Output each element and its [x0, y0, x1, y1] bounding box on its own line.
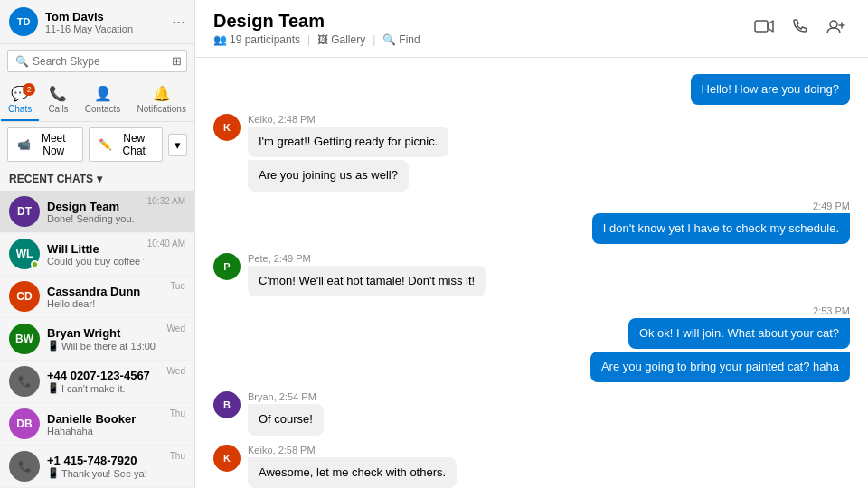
list-item[interactable]: DT Design Team Done! Sending you. 10:32 … [0, 191, 194, 233]
message-group-right-3: 2:53 PM Ok ok! I will join. What about y… [213, 305, 850, 382]
avatar: 📞 [9, 366, 40, 397]
participants-count: 19 participants [230, 33, 300, 46]
chat-content: Design Team Done! Sending you. [47, 200, 144, 224]
sidebar: TD Tom Davis 11-16 May Vacation ··· 🔍 ⊞ … [0, 0, 195, 488]
gallery-link[interactable]: 🖼 Gallery [317, 33, 365, 46]
message-bubbles: I'm great!! Getting ready for picnic. Ar… [248, 127, 448, 191]
message-bubbles: C'mon! We'll eat hot tamale! Don't miss … [248, 266, 486, 296]
chat-time: 10:40 AM [147, 239, 185, 249]
find-icon: 🔍 [382, 33, 396, 46]
meet-now-button[interactable]: 📹 Meet Now [7, 127, 83, 162]
find-label: Find [399, 33, 420, 46]
contacts-icon: 👤 [94, 85, 112, 102]
message-bubble: C'mon! We'll eat hot tamale! Don't miss … [248, 266, 486, 296]
chat-title: Design Team [213, 11, 420, 32]
avatar: K [213, 114, 241, 141]
avatar: DB [9, 408, 40, 439]
find-link[interactable]: 🔍 Find [382, 33, 420, 46]
message-bubbles: Awesome, let me check with others. Are y… [248, 457, 457, 489]
message-sender-time: Keiko, 2:58 PM [248, 445, 457, 455]
user-avatar: TD [9, 7, 38, 36]
separator2: | [373, 33, 375, 46]
chat-name: Design Team [47, 200, 144, 213]
chat-preview: 📱 I can't make it. [47, 382, 164, 394]
tab-chats-label: Chats [8, 104, 32, 114]
tab-chats[interactable]: 💬 Chats 2 [1, 81, 39, 121]
tab-calls-label: Calls [48, 104, 68, 114]
chat-list: DT Design Team Done! Sending you. 10:32 … [0, 191, 194, 488]
svg-rect-0 [755, 21, 768, 32]
message-bubbles: Of course! [248, 404, 324, 435]
tab-contacts-label: Contacts [85, 104, 120, 114]
search-icon: 🔍 [15, 55, 29, 68]
more-options-icon[interactable]: ··· [172, 13, 185, 32]
chat-time: Thu [170, 408, 185, 418]
message-sender-time: Pete, 2:49 PM [248, 253, 486, 264]
list-item[interactable]: BW Bryan Wright 📱 Will be there at 13:00… [0, 318, 194, 361]
message-timestamp: 2:49 PM [813, 201, 850, 211]
message-bubble: Awesome, let me check with others. [248, 457, 457, 488]
new-chat-dropdown[interactable]: ▾ [168, 134, 187, 156]
chat-header-info: Design Team 👥 19 participants | 🖼 Galler… [213, 11, 420, 46]
chat-time: Wed [167, 366, 185, 376]
chat-name: Danielle Booker [47, 412, 166, 426]
tab-contacts[interactable]: 👤 Contacts [78, 81, 127, 121]
recent-chevron-icon: ▾ [97, 173, 102, 185]
avatar: 📞 [9, 451, 40, 482]
chat-preview: Hahahaha [47, 426, 166, 436]
message-group-left-3: B Bryan, 2:54 PM Of course! [213, 391, 850, 435]
message-group-left-1: K Keiko, 2:48 PM I'm great!! Getting rea… [213, 114, 850, 191]
chat-name: +44 0207-123-4567 [47, 369, 164, 382]
tab-notifications[interactable]: 🔔 Notifications [129, 81, 193, 121]
chat-content: Cassandra Dunn Hello dear! [47, 285, 166, 309]
list-item[interactable]: CD Cassandra Dunn Hello dear! Tue [0, 276, 194, 318]
video-call-button[interactable] [750, 15, 778, 42]
avatar: CD [9, 281, 40, 312]
message-sender-time: Bryan, 2:54 PM [248, 391, 324, 402]
gallery-label: Gallery [331, 33, 365, 46]
participants-info: 👥 19 participants [213, 33, 300, 46]
chat-time: Thu [170, 451, 185, 461]
tab-notifications-label: Notifications [137, 104, 185, 114]
new-chat-label: New Chat [116, 132, 153, 157]
message-bubble: Are you going to bring your painted cat?… [590, 352, 850, 382]
message-bubbles: Ok ok! I will join. What about your cat?… [590, 318, 850, 382]
chat-preview: 📱 Will be there at 13:00 [47, 340, 164, 352]
chat-content: +1 415-748-7920 📱 Thank you! See ya! [47, 454, 166, 479]
audio-call-button[interactable] [788, 14, 812, 42]
chat-name: Bryan Wright [47, 326, 164, 340]
chat-preview: Done! Sending you. [47, 213, 144, 224]
avatar: B [213, 391, 241, 418]
notifications-icon: 🔔 [153, 85, 171, 102]
list-item[interactable]: DB Danielle Booker Hahahaha Thu [0, 403, 194, 446]
messages-area: Hello! How are you doing? K Keiko, 2:48 … [195, 58, 868, 488]
chat-time: 10:32 AM [147, 196, 185, 206]
nav-tabs: 💬 Chats 2 📞 Calls 👤 Contacts 🔔 Notificat… [0, 78, 194, 122]
avatar: DT [9, 196, 40, 227]
message-bubble: Hello! How are you doing? [691, 74, 850, 105]
message-content: Bryan, 2:54 PM Of course! [248, 391, 324, 435]
chat-preview: Hello dear! [47, 298, 166, 309]
chat-content: Bryan Wright 📱 Will be there at 13:00 [47, 326, 164, 352]
message-bubble: I don't know yet I have to check my sche… [592, 213, 850, 244]
calls-icon: 📞 [49, 85, 67, 102]
chat-preview: 📱 Thank you! See ya! [47, 467, 166, 479]
grid-icon[interactable]: ⊞ [172, 54, 182, 68]
gallery-icon: 🖼 [317, 33, 328, 46]
new-chat-button[interactable]: ✏️ New Chat [89, 127, 163, 162]
recent-chats-header: RECENT CHATS ▾ [0, 167, 194, 191]
header-actions [750, 14, 850, 42]
list-item[interactable]: 📞 +1 415-748-7920 📱 Thank you! See ya! T… [0, 446, 194, 488]
search-input[interactable] [33, 55, 168, 68]
message-bubbles: Hello! How are you doing? [691, 74, 850, 105]
list-item[interactable]: WL Will Little Could you buy coffee for … [0, 233, 194, 276]
svg-point-1 [830, 21, 837, 28]
message-timestamp: 2:53 PM [813, 305, 850, 316]
avatar: K [213, 445, 241, 472]
chat-header: Design Team 👥 19 participants | 🖼 Galler… [195, 0, 868, 58]
list-item[interactable]: 📞 +44 0207-123-4567 📱 I can't make it. W… [0, 361, 194, 403]
chats-badge: 2 [23, 83, 35, 96]
action-buttons: 📹 Meet Now ✏️ New Chat ▾ [0, 122, 194, 167]
add-participant-button[interactable] [823, 14, 850, 42]
tab-calls[interactable]: 📞 Calls [41, 81, 75, 121]
